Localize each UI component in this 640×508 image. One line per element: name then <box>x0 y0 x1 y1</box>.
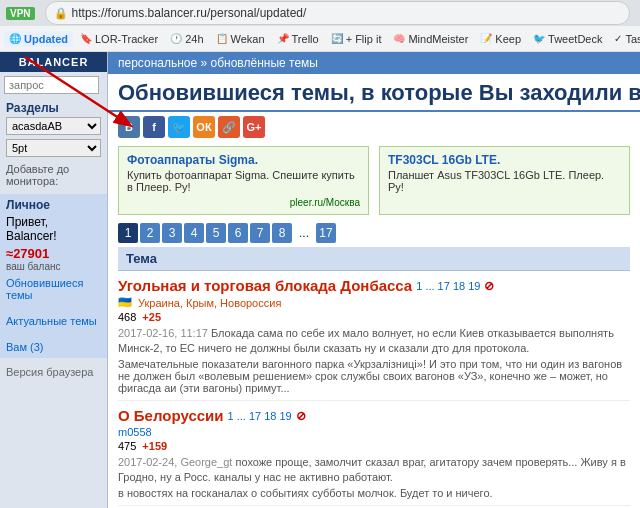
bookmark-icon-wekan: 📋 <box>216 33 228 44</box>
ad-1-title: Фотоаппараты Sigma. <box>127 153 360 167</box>
share-tw-button[interactable]: 🐦 <box>168 116 190 138</box>
bookmark-tasks[interactable]: ✓ Tasks <box>609 31 640 47</box>
ad-2-title: TF303CL 16Gb LTE. <box>388 153 621 167</box>
ad-2-text: Планшет Asus TF303CL 16Gb LTE. Плеер. Ру… <box>388 169 621 193</box>
bookmark-wekan[interactable]: 📋 Wekan <box>211 31 270 47</box>
lock-icon: 🔒 <box>54 7 68 20</box>
pagination: 1 2 3 4 5 6 7 8 ... 17 <box>108 219 640 247</box>
vpn-badge: VPN <box>6 7 35 20</box>
page-btn-4[interactable]: 4 <box>184 223 204 243</box>
forum-select[interactable]: acasdaAB <box>6 117 101 135</box>
thread-2-new-count: +159 <box>142 440 167 452</box>
page-btn-5[interactable]: 5 <box>206 223 226 243</box>
bookmark-icon-24h: 🕐 <box>170 33 182 44</box>
page-btn-8[interactable]: 8 <box>272 223 292 243</box>
for-you-link[interactable]: Вам (3) <box>6 340 101 354</box>
ad-block-2[interactable]: TF303CL 16Gb LTE. Планшет Asus TF303CL 1… <box>379 146 630 215</box>
ads-row: Фотоаппараты Sigma. Купить фотоаппарат S… <box>118 146 630 215</box>
breadcrumb-text: персональное » обновлённые темы <box>118 56 318 70</box>
sidebar-forums-section: Разделы acasdaAB 5pt Добавьте до монитор… <box>0 98 107 190</box>
page-btn-1[interactable]: 1 <box>118 223 138 243</box>
address-bar[interactable]: 🔒 https://forums.balancer.ru/personal/up… <box>45 1 630 25</box>
share-vk-button[interactable]: В <box>118 116 140 138</box>
breadcrumb: персональное » обновлённые темы <box>108 52 640 74</box>
bookmark-icon-trello: 📌 <box>277 33 289 44</box>
page-dots: ... <box>294 223 314 243</box>
lines-select[interactable]: 5pt <box>6 139 101 157</box>
thread-1-views: 468 <box>118 311 136 323</box>
sidebar-forums-title: Разделы <box>6 101 101 115</box>
bookmark-icon-keep: 📝 <box>480 33 492 44</box>
ad-block-1[interactable]: Фотоаппараты Sigma. Купить фотоаппарат S… <box>118 146 369 215</box>
bookmark-trello[interactable]: 📌 Trello <box>272 31 324 47</box>
thread-1-stats: 468 +25 <box>118 311 630 323</box>
bookmark-icon-mindmeister: 🧠 <box>393 33 405 44</box>
bookmark-keep[interactable]: 📝 Keep <box>475 31 526 47</box>
url-text: https://forums.balancer.ru/personal/upda… <box>72 6 307 20</box>
bookmark-icon-flipit: 🔄 <box>331 33 343 44</box>
thread-1-new-count: +25 <box>142 311 161 323</box>
monitor-label: Добавьте до монитора: <box>6 163 101 187</box>
page-btn-7[interactable]: 7 <box>250 223 270 243</box>
greeting-text: Привет, Balancer! <box>6 215 101 243</box>
thread-2-preview2: в новостях на госканалах о событиях субб… <box>118 487 630 499</box>
bookmarks-bar: 🌐 Updated 🔖 LOR-Tracker 🕐 24h 📋 Wekan 📌 … <box>0 26 640 52</box>
block-icon-1: ⊘ <box>484 279 494 293</box>
sidebar: BALANCER Разделы acasdaAB 5pt Добавьте д… <box>0 52 108 508</box>
thread-1-meta: 🇺🇦 Украина, Крым, Новороссия <box>118 296 630 309</box>
ad-1-source: pleer.ru/Москва <box>127 197 360 208</box>
thread-2-title[interactable]: О Белоруссии <box>118 407 224 424</box>
page-btn-17[interactable]: 17 <box>316 223 336 243</box>
sidebar-updated-links: Обновившиеся темы Актуальные темы Вам (3… <box>6 276 101 354</box>
page-btn-6[interactable]: 6 <box>228 223 248 243</box>
search-input[interactable] <box>4 76 99 94</box>
balance-subtext: ваш баланс <box>6 261 101 272</box>
thread-2-stats: 475 +159 <box>118 440 630 452</box>
thread-2-views: 475 <box>118 440 136 452</box>
site-logo: BALANCER <box>0 52 107 72</box>
ad-1-text: Купить фотоаппарат Sigma. Спешите купить… <box>127 169 360 193</box>
page-btn-2[interactable]: 2 <box>140 223 160 243</box>
thread-2-author: m0558 <box>118 426 152 438</box>
thread-1-location: Украина, Крым, Новороссия <box>138 297 281 309</box>
bookmark-icon-lor: 🔖 <box>80 33 92 44</box>
sidebar-personal-section: Личное Привет, Balancer! ≈27901 ваш бала… <box>0 194 107 358</box>
personal-section-title: Личное <box>6 198 101 212</box>
bookmark-updated[interactable]: 🌐 Updated <box>4 31 73 47</box>
share-fb-button[interactable]: f <box>143 116 165 138</box>
share-gp-button[interactable]: G+ <box>243 116 265 138</box>
bookmark-24h[interactable]: 🕐 24h <box>165 31 208 47</box>
thread-2-pages[interactable]: 1 ... 17 18 19 <box>228 410 292 422</box>
page-btn-3[interactable]: 3 <box>162 223 182 243</box>
bookmark-icon-updated: 🌐 <box>9 33 21 44</box>
main-content: персональное » обновлённые темы Обновивш… <box>108 52 640 508</box>
bookmark-tweetdeck[interactable]: 🐦 TweetDeck <box>528 31 607 47</box>
sidebar-search-area <box>0 72 107 98</box>
share-mm-button[interactable]: 🔗 <box>218 116 240 138</box>
balance-value: ≈27901 <box>6 246 101 261</box>
thread-item-2: О Белоруссии 1 ... 17 18 19 ⊘ m0558 475 … <box>118 401 630 506</box>
updated-themes-link[interactable]: Обновившиеся темы <box>6 276 101 302</box>
bookmark-icon-tasks: ✓ <box>614 33 622 44</box>
thread-2-date: 2017-02-24, George_gt <box>118 456 232 468</box>
share-ok-button[interactable]: ОК <box>193 116 215 138</box>
threads-section: Тема Угольная и торговая блокада Донбасс… <box>108 247 640 508</box>
bookmark-lor-tracker[interactable]: 🔖 LOR-Tracker <box>75 31 163 47</box>
thread-1-date: 2017-02-16, 11:17 <box>118 327 208 339</box>
page-title: Обновившиеся темы, в которые Вы заходили… <box>108 74 640 112</box>
thread-1-preview: 2017-02-16, 11:17 Блокада сама по себе и… <box>118 326 630 356</box>
bookmark-flipit[interactable]: 🔄 + Flip it <box>326 31 387 47</box>
thread-1-flag: 🇺🇦 <box>118 296 132 309</box>
threads-header: Тема <box>118 247 630 271</box>
thread-1-preview2: Замечательные показатели вагонного парка… <box>118 358 630 394</box>
browser-version: Версия браузера <box>0 362 107 382</box>
thread-2-meta: m0558 <box>118 426 630 438</box>
social-buttons-row: В f 🐦 ОК 🔗 G+ <box>108 112 640 142</box>
bookmark-mindmeister[interactable]: 🧠 MindMeister <box>388 31 473 47</box>
thread-item-1: Угольная и торговая блокада Донбасса 1 .… <box>118 271 630 401</box>
block-icon-2: ⊘ <box>296 409 306 423</box>
bookmark-icon-tweetdeck: 🐦 <box>533 33 545 44</box>
actual-themes-link[interactable]: Актуальные темы <box>6 314 101 328</box>
thread-1-title[interactable]: Угольная и торговая блокада Донбасса <box>118 277 412 294</box>
thread-1-pages[interactable]: 1 ... 17 18 19 <box>416 280 480 292</box>
